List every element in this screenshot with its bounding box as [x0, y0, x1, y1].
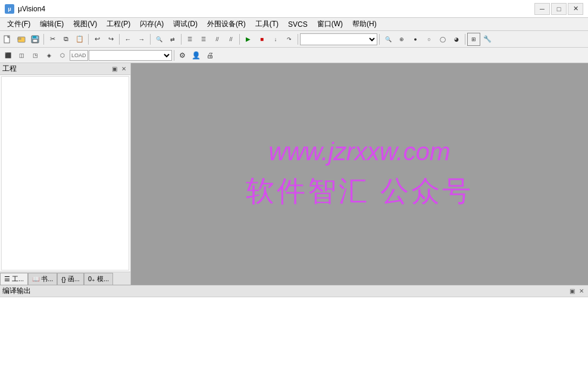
user-button[interactable]: 👤: [190, 49, 203, 62]
menu-item-H[interactable]: 帮助(H): [348, 18, 381, 30]
tab-modules[interactable]: 0₊ 模...: [84, 273, 113, 285]
search-icon-btn[interactable]: 🔍: [381, 33, 395, 46]
watermark-name: 软件智汇 公众号: [246, 172, 473, 210]
separator3: [119, 34, 120, 45]
panel-title: 工程: [2, 64, 17, 74]
content-area: 工程 ▣ ✕ ☰ 工... 📖 书... {} 函...: [0, 63, 588, 285]
output-area[interactable]: [0, 297, 588, 386]
step-into-button[interactable]: ↓: [269, 33, 282, 46]
dot1-button[interactable]: ●: [409, 33, 422, 46]
stop-button[interactable]: ■: [255, 33, 268, 46]
open-file-button[interactable]: [15, 33, 28, 46]
tab-project-icon: ☰: [4, 275, 10, 283]
tab-modules-label: 模...: [97, 275, 109, 284]
bottom-panel-title: 编译输出: [2, 286, 31, 296]
menu-bar: 文件(F)编辑(E)视图(V)工程(P)闪存(A)调试(D)外围设备(R)工具(…: [0, 18, 588, 31]
bottom-panel-header: 编译输出 ▣ ✕: [0, 285, 588, 297]
toolbar2-btn2[interactable]: ◫: [15, 49, 28, 62]
tab-books-icon: 📖: [32, 276, 39, 282]
find-button[interactable]: 🔍: [152, 33, 165, 46]
target-dropdown[interactable]: [300, 33, 377, 45]
app-icon: μ: [5, 4, 14, 14]
bottom-panel-icons: ▣ ✕: [568, 287, 586, 295]
menu-item-SVCS[interactable]: SVCS: [283, 19, 312, 30]
watermark-url: www.jzrxxw.com: [246, 138, 473, 166]
tab-books[interactable]: 📖 书...: [28, 273, 57, 285]
separator6: [239, 34, 240, 45]
dot4-button[interactable]: ◕: [450, 33, 463, 46]
back-button[interactable]: ←: [121, 33, 135, 46]
svg-rect-6: [33, 39, 37, 42]
left-panel-tabs: ☰ 工... 📖 书... {} 函... 0₊ 模...: [0, 272, 130, 285]
bottom-panel: 编译输出 ▣ ✕: [0, 285, 588, 386]
menu-item-E[interactable]: 编辑(E): [35, 18, 68, 30]
watermark: www.jzrxxw.com 软件智汇 公众号: [246, 138, 473, 210]
toolbar2-btn4[interactable]: ◈: [42, 49, 55, 62]
separator9: [465, 34, 465, 45]
step-over-button[interactable]: ↷: [283, 33, 296, 46]
load-label: LOAD: [70, 50, 88, 61]
tab-functions[interactable]: {} 函...: [57, 273, 84, 285]
save-button[interactable]: [29, 33, 42, 46]
replace-button[interactable]: ⇄: [166, 33, 179, 46]
new-file-button[interactable]: [1, 33, 14, 46]
run-button[interactable]: ▶: [242, 33, 255, 46]
redo-button[interactable]: ↪: [104, 33, 117, 46]
title-text: μVision4: [18, 5, 45, 13]
uncomment-button[interactable]: //: [224, 33, 237, 46]
panel-header: 工程 ▣ ✕: [0, 63, 130, 75]
close-button[interactable]: ✕: [568, 3, 583, 15]
unindent-button[interactable]: ☰: [197, 33, 210, 46]
menu-item-R[interactable]: 外围设备(R): [202, 18, 251, 30]
title-controls: ─ □ ✕: [534, 3, 583, 15]
print-button[interactable]: 🖨: [204, 49, 217, 62]
menu-item-T[interactable]: 工具(T): [251, 18, 283, 30]
toolbar1: ✂ ⧉ 📋 ↩ ↪ ← → 🔍 ⇄ ☰ ☰ // // ▶ ■ ↓ ↷ 🔍 ⊕ …: [0, 31, 588, 48]
copy-button[interactable]: ⧉: [60, 33, 73, 46]
comment-button[interactable]: //: [211, 33, 224, 46]
separator10: [174, 50, 174, 61]
tab-functions-label: 函...: [68, 275, 80, 284]
menu-item-D[interactable]: 调试(D): [168, 18, 202, 30]
dot2-button[interactable]: ○: [423, 33, 436, 46]
indent-button[interactable]: ☰: [183, 33, 196, 46]
toolbar2-btn5[interactable]: ⬡: [56, 49, 69, 62]
separator7: [298, 34, 298, 45]
menu-item-P[interactable]: 工程(P): [102, 18, 135, 30]
paste-button[interactable]: 📋: [73, 33, 86, 46]
main-area: 工程 ▣ ✕ ☰ 工... 📖 书... {} 函...: [0, 63, 588, 386]
wrench-button[interactable]: 🔧: [481, 33, 494, 46]
panel-icons: ▣ ✕: [110, 65, 128, 73]
tab-project[interactable]: ☰ 工...: [0, 273, 28, 285]
menu-item-W[interactable]: 窗口(W): [312, 18, 348, 30]
grid-view-button[interactable]: ⊞: [467, 33, 480, 46]
left-panel: 工程 ▣ ✕ ☰ 工... 📖 书... {} 函...: [0, 63, 131, 285]
zoom-button[interactable]: ⊕: [395, 33, 408, 46]
tab-books-label: 书...: [41, 275, 53, 284]
project-tree[interactable]: [1, 76, 129, 270]
config-button[interactable]: ⚙: [176, 49, 189, 62]
panel-close-icon[interactable]: ✕: [120, 65, 128, 73]
separator1: [43, 34, 44, 45]
tab-project-label: 工...: [12, 275, 24, 284]
menu-item-A[interactable]: 闪存(A): [135, 18, 168, 30]
bottom-panel-pin-icon[interactable]: ▣: [568, 287, 576, 295]
dot3-button[interactable]: ◯: [436, 33, 449, 46]
panel-pin-icon[interactable]: ▣: [110, 65, 118, 73]
maximize-button[interactable]: □: [551, 3, 567, 15]
cut-button[interactable]: ✂: [46, 33, 59, 46]
toolbar2-btn1[interactable]: ⬛: [1, 49, 14, 62]
separator8: [379, 34, 380, 45]
undo-button[interactable]: ↩: [90, 33, 104, 46]
bottom-panel-close-icon[interactable]: ✕: [577, 287, 586, 295]
separator5: [181, 34, 182, 45]
forward-button[interactable]: →: [135, 33, 148, 46]
minimize-button[interactable]: ─: [534, 3, 550, 15]
menu-item-F[interactable]: 文件(F): [2, 18, 35, 30]
editor-area[interactable]: www.jzrxxw.com 软件智汇 公众号: [131, 63, 588, 285]
menu-item-V[interactable]: 视图(V): [68, 18, 102, 30]
toolbar2-btn3[interactable]: ◳: [29, 49, 42, 62]
svg-rect-3: [18, 38, 21, 39]
title-bar: μ μVision4 ─ □ ✕: [0, 0, 588, 18]
load-dropdown[interactable]: [89, 50, 172, 61]
